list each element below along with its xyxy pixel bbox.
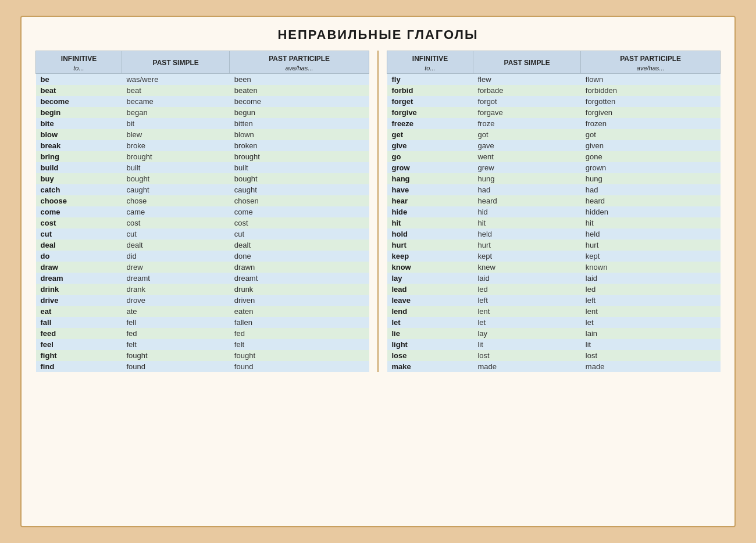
table-cell: known	[581, 262, 721, 273]
table-row: hanghunghung	[387, 173, 721, 184]
table-row: hidehidhidden	[387, 206, 721, 217]
table-cell: get	[387, 129, 473, 140]
left-header-past-participle: PAST PARTICIPLE ave/has...	[230, 51, 369, 74]
table-row: havehadhad	[387, 184, 721, 195]
table-row: knowknewknown	[387, 262, 721, 273]
table-row: buildbuiltbuilt	[36, 162, 369, 173]
table-cell: catch	[36, 184, 122, 195]
table-cell: held	[581, 228, 721, 240]
table-cell: lain	[581, 328, 721, 339]
table-cell: brought	[122, 151, 229, 162]
table-cell: done	[230, 251, 369, 262]
table-cell: forgot	[473, 96, 580, 107]
table-row: hithithit	[387, 217, 721, 228]
table-cell: found	[122, 361, 229, 372]
table-cell: forbade	[473, 85, 580, 96]
table-cell: made	[581, 361, 721, 372]
table-cell: drew	[122, 262, 229, 273]
table-cell: driven	[230, 295, 369, 306]
table-cell: heard	[581, 195, 721, 206]
table-cell: went	[473, 151, 580, 162]
table-cell: flown	[581, 73, 721, 85]
table-cell: drank	[122, 284, 229, 295]
table-cell: let	[387, 317, 473, 328]
table-cell: had	[581, 184, 721, 195]
table-cell: become	[230, 96, 369, 107]
table-row: fightfoughtfought	[36, 350, 369, 361]
table-cell: bite	[36, 118, 122, 129]
left-header-past-simple: PAST SIMPLE	[122, 51, 229, 74]
table-cell: held	[473, 228, 580, 240]
table-cell: found	[230, 361, 369, 372]
table-cell: gone	[581, 151, 721, 162]
table-cell: dealt	[122, 240, 229, 251]
table-cell: grew	[473, 162, 580, 173]
table-cell: begun	[230, 107, 369, 118]
table-divider	[377, 51, 379, 372]
table-row: bewas/werebeen	[36, 73, 369, 85]
table-cell: fallen	[230, 317, 369, 328]
table-cell: began	[122, 107, 229, 118]
table-row: blowblewblown	[36, 129, 369, 140]
table-cell: give	[387, 140, 473, 151]
table-cell: chose	[122, 195, 229, 206]
table-row: lendlentlent	[387, 306, 721, 317]
table-cell: fell	[122, 317, 229, 328]
table-cell: cut	[36, 228, 122, 240]
right-header-past-participle: PAST PARTICIPLE ave/has...	[581, 51, 721, 74]
table-cell: keep	[387, 251, 473, 262]
table-row: getgotgot	[387, 129, 721, 140]
table-row: costcostcost	[36, 217, 369, 228]
table-cell: caught	[230, 184, 369, 195]
table-cell: let	[581, 317, 721, 328]
table-cell: lie	[387, 328, 473, 339]
table-row: breakbrokebroken	[36, 140, 369, 151]
table-cell: hurt	[387, 240, 473, 251]
table-cell: had	[473, 184, 580, 195]
table-cell: grow	[387, 162, 473, 173]
table-cell: hear	[387, 195, 473, 206]
right-verb-table: INFINITIVE to... PAST SIMPLE PAST PARTIC…	[387, 51, 721, 372]
table-cell: froze	[473, 118, 580, 129]
table-cell: know	[387, 262, 473, 273]
table-row: growgrewgrown	[387, 162, 721, 173]
table-cell: hide	[387, 206, 473, 217]
table-cell: choose	[36, 195, 122, 206]
table-cell: fall	[36, 317, 122, 328]
table-cell: hung	[581, 173, 721, 184]
table-row: hurthurthurt	[387, 240, 721, 251]
table-cell: hung	[473, 173, 580, 184]
table-cell: drawn	[230, 262, 369, 273]
table-row: drinkdrankdrunk	[36, 284, 369, 295]
table-row: gowentgone	[387, 151, 721, 162]
table-cell: hid	[473, 206, 580, 217]
table-row: buyboughtbought	[36, 173, 369, 184]
table-row: keepkeptkept	[387, 251, 721, 262]
table-cell: bring	[36, 151, 122, 162]
table-cell: go	[387, 151, 473, 162]
table-cell: lit	[581, 339, 721, 350]
table-row: bitebitbitten	[36, 118, 369, 129]
table-cell: broke	[122, 140, 229, 151]
table-cell: led	[581, 284, 721, 295]
table-cell: hidden	[581, 206, 721, 217]
table-cell: lend	[387, 306, 473, 317]
table-cell: drunk	[230, 284, 369, 295]
table-cell: become	[36, 96, 122, 107]
table-cell: fought	[122, 350, 229, 361]
table-cell: bought	[230, 173, 369, 184]
main-card: НЕПРАВИЛЬНЫЕ ГЛАГОЛЫ INFINITIVE to... PA…	[20, 16, 736, 527]
table-cell: heard	[473, 195, 580, 206]
table-cell: bitten	[230, 118, 369, 129]
table-row: findfoundfound	[36, 361, 369, 372]
table-row: holdheldheld	[387, 228, 721, 240]
table-cell: caught	[122, 184, 229, 195]
table-cell: cut	[230, 228, 369, 240]
table-cell: laid	[473, 273, 580, 284]
table-cell: felt	[122, 339, 229, 350]
table-cell: cost	[122, 217, 229, 228]
table-row: forgiveforgaveforgiven	[387, 107, 721, 118]
table-row: leadledled	[387, 284, 721, 295]
table-cell: cut	[122, 228, 229, 240]
table-cell: hang	[387, 173, 473, 184]
